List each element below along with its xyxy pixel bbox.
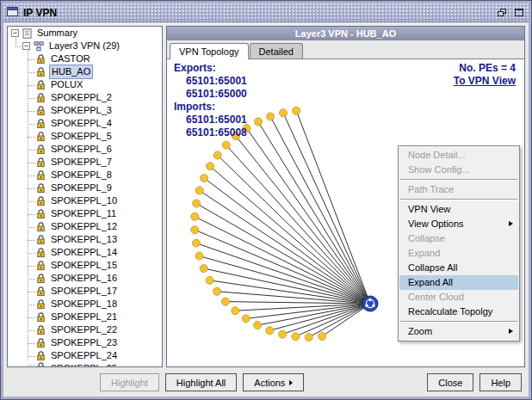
spoke-node[interactable] — [206, 276, 213, 284]
spoke-node[interactable] — [200, 265, 207, 273]
maximize-button[interactable] — [511, 6, 526, 19]
tree-item-spokeppl-3[interactable]: SPOKEPPL_3 — [8, 104, 162, 117]
topology-edge — [236, 136, 370, 304]
menu-item-view-options[interactable]: View Options — [399, 217, 518, 231]
menu-item-zoom[interactable]: Zoom — [399, 324, 518, 339]
spoke-node[interactable] — [267, 113, 275, 120]
topology-edge — [282, 304, 370, 335]
tree-item-polux[interactable]: POLUX — [8, 78, 162, 91]
tree-item-spokeppl-7[interactable]: SPOKEPPL_7 — [8, 156, 162, 169]
topology-edge — [258, 122, 370, 305]
tree-item-label: SPOKEPPL_15 — [49, 259, 119, 272]
tree-item-spokeppl-9[interactable]: SPOKEPPL_9 — [8, 182, 162, 194]
menu-separator — [400, 321, 517, 323]
tree-item-spokeppl-2[interactable]: SPOKEPPL_2 — [8, 91, 162, 104]
actions-button[interactable]: Actions — [243, 373, 304, 391]
doc-icon — [22, 28, 32, 39]
help-button[interactable]: Help — [479, 373, 522, 391]
spoke-node[interactable] — [232, 307, 239, 315]
tree-item-label: SPOKEPPL_24 — [49, 349, 119, 362]
tree-item-spokeppl-11[interactable]: SPOKEPPL_11 — [8, 207, 162, 220]
tree-collapse-toggle-icon[interactable]: − — [22, 42, 30, 50]
tree-item-spokeppl-15[interactable]: SPOKEPPL_15 — [8, 259, 162, 272]
submenu-arrow-icon — [509, 221, 513, 226]
tree-item-layer3-vpn-29[interactable]: −Layer3 VPN (29) — [8, 40, 162, 52]
tree-item-label: SPOKEPPL_13 — [49, 233, 119, 246]
tree-item-spokeppl-22[interactable]: SPOKEPPL_22 — [8, 323, 162, 336]
topology-panel: Layer3 VPN - HUB_AO VPN Topology Detaile… — [166, 26, 525, 367]
menu-item-recalculate-topolgy[interactable]: Recalculate Topolgy — [399, 305, 518, 319]
spoke-node[interactable] — [191, 226, 199, 234]
spoke-node[interactable] — [201, 175, 208, 182]
tree-item-label: SPOKEPPL_18 — [49, 298, 119, 311]
tree-collapse-toggle-icon[interactable]: − — [11, 29, 19, 37]
spoke-node[interactable] — [195, 187, 203, 194]
tree-item-spokeppl-25[interactable]: SPOKEPPL_25 — [8, 362, 162, 366]
menu-item-collapse-all[interactable]: Collapse All — [399, 261, 518, 275]
spoke-node[interactable] — [254, 118, 262, 126]
tree-item-spokeppl-4[interactable]: SPOKEPPL_4 — [8, 117, 162, 130]
tree-item-spokeppl-5[interactable]: SPOKEPPL_5 — [8, 130, 162, 143]
tree-item-spokeppl-23[interactable]: SPOKEPPL_23 — [8, 336, 162, 349]
hub-node-icon[interactable] — [362, 296, 378, 311]
spoke-node[interactable] — [207, 163, 214, 170]
vpn-tree-panel[interactable]: −Summary−Layer3 VPN (29)CASTORHUB_AOPOLU… — [7, 26, 163, 367]
close-button[interactable]: Close — [427, 373, 473, 391]
window-titlebar[interactable]: IP VPN — [3, 3, 529, 22]
spoke-node[interactable] — [254, 322, 262, 329]
tree-item-spokeppl-12[interactable]: SPOKEPPL_12 — [8, 220, 162, 233]
highlight-button[interactable]: Highlight — [100, 373, 159, 391]
spoke-node[interactable] — [242, 315, 250, 323]
spoke-node[interactable] — [213, 287, 221, 295]
spoke-node[interactable] — [193, 200, 201, 207]
spoke-node[interactable] — [305, 334, 312, 342]
spoke-node[interactable] — [293, 107, 300, 114]
menu-item-expand: Expand — [399, 246, 518, 261]
spoke-node[interactable] — [192, 239, 200, 247]
topology-edge — [204, 268, 370, 304]
spoke-node[interactable] — [319, 333, 326, 341]
tree-item-summary[interactable]: −Summary — [8, 27, 162, 40]
spoke-node[interactable] — [266, 327, 274, 335]
lock-icon — [36, 235, 46, 245]
menu-item-label: Path Trace — [408, 184, 454, 194]
tree-item-spokeppl-18[interactable]: SPOKEPPL_18 — [8, 298, 162, 311]
spoke-node[interactable] — [213, 151, 221, 159]
menu-item-expand-all[interactable]: Expand All — [399, 275, 518, 290]
tree-item-castor[interactable]: CASTOR — [8, 52, 162, 65]
menu-item-vpn-view[interactable]: VPN View — [399, 202, 518, 217]
spoke-node[interactable] — [292, 333, 300, 341]
spoke-node[interactable] — [222, 141, 230, 149]
lock-icon — [36, 170, 46, 181]
tree-item-spokeppl-14[interactable]: SPOKEPPL_14 — [8, 246, 162, 259]
tree-item-label: SPOKEPPL_10 — [49, 194, 119, 207]
tree-item-spokeppl-21[interactable]: SPOKEPPL_21 — [8, 311, 162, 323]
spoke-node[interactable] — [191, 212, 199, 220]
highlight-all-button[interactable]: Highlight All — [165, 373, 237, 391]
tree-item-spokeppl-24[interactable]: SPOKEPPL_24 — [8, 349, 162, 362]
menu-item-label: Center Cloud — [408, 292, 464, 302]
tree-item-hub-ao[interactable]: HUB_AO — [8, 65, 162, 78]
spoke-node[interactable] — [280, 109, 288, 117]
lock-icon — [36, 261, 46, 271]
menu-item-label: Zoom — [408, 326, 432, 336]
to-vpn-view-link[interactable]: To VPN View — [454, 75, 516, 88]
tree-item-spokeppl-8[interactable]: SPOKEPPL_8 — [8, 169, 162, 182]
tab-detailed[interactable]: Detailed — [250, 43, 303, 58]
tree-item-spokeppl-17[interactable]: SPOKEPPL_17 — [8, 285, 162, 298]
tree-item-spokeppl-6[interactable]: SPOKEPPL_6 — [8, 143, 162, 156]
route-targets-block: Exports: 65101:65001 65101:65000 Imports… — [174, 62, 247, 139]
ip-vpn-window: IP VPN −Summary−Layer3 VPN (29)CASTORHUB… — [0, 0, 532, 400]
tree-item-spokeppl-13[interactable]: SPOKEPPL_13 — [8, 233, 162, 246]
iconify-button[interactable] — [494, 6, 509, 19]
spoke-node[interactable] — [279, 330, 287, 338]
tab-vpn-topology[interactable]: VPN Topology — [170, 43, 249, 59]
tree-item-label: SPOKEPPL_22 — [49, 323, 119, 336]
tree-item-spokeppl-16[interactable]: SPOKEPPL_16 — [8, 272, 162, 285]
lock-icon — [36, 93, 46, 103]
menu-item-center-cloud: Center Cloud — [399, 290, 518, 305]
menu-separator — [400, 199, 517, 200]
spoke-node[interactable] — [195, 252, 203, 260]
tree-item-spokeppl-10[interactable]: SPOKEPPL_10 — [8, 194, 162, 207]
spoke-node[interactable] — [222, 298, 230, 305]
